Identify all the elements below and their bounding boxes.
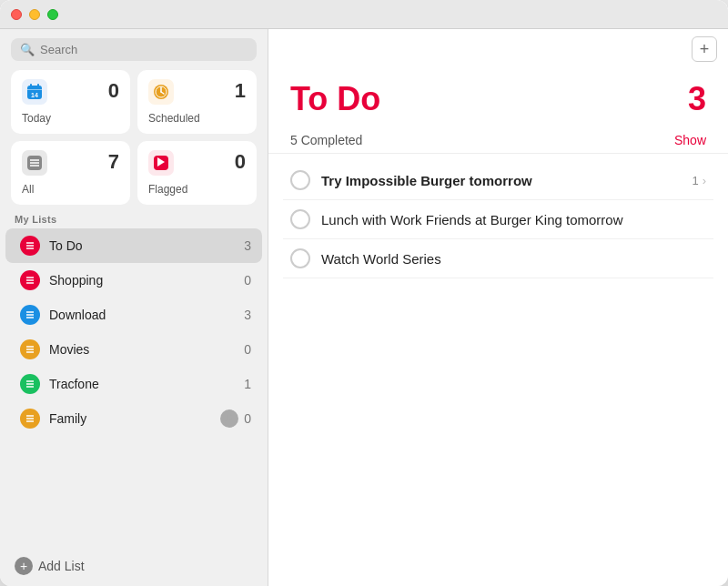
all-icon (22, 150, 47, 176)
todo-list-icon (20, 236, 40, 256)
list-items-container: To Do 3 Shopping 0 Download 3 (0, 228, 268, 546)
add-task-button[interactable]: + (692, 36, 717, 62)
today-count: 0 (108, 79, 119, 103)
show-completed-button[interactable]: Show (674, 133, 706, 147)
list-item-tracfone[interactable]: Tracfone 1 (5, 367, 262, 401)
task-1-count: 1 (692, 174, 698, 187)
main-count: 3 (688, 80, 706, 118)
svg-rect-2 (37, 84, 39, 87)
flagged-count: 0 (235, 150, 246, 174)
list-item-todo[interactable]: To Do 3 (5, 228, 262, 263)
download-list-icon (20, 305, 40, 325)
add-list-plus-icon: + (15, 557, 33, 575)
search-icon: 🔍 (20, 43, 35, 56)
minimize-button[interactable] (29, 9, 40, 20)
movies-list-icon (20, 339, 40, 359)
list-item-movies[interactable]: Movies 0 (5, 332, 262, 367)
movies-list-label: Movies (49, 342, 244, 357)
list-item-family[interactable]: Family 0 (5, 401, 262, 436)
tracfone-list-label: Tracfone (49, 377, 244, 391)
task-3-checkbox[interactable] (290, 248, 310, 268)
task-1-checkbox[interactable] (290, 170, 310, 190)
tracfone-list-count: 1 (244, 377, 251, 391)
task-list: Try Impossible Burger tomorrow 1 › Lunch… (268, 157, 728, 282)
completed-label: 5 Completed (290, 133, 362, 147)
add-list-label: Add List (38, 559, 85, 573)
scheduled-label: Scheduled (148, 112, 246, 125)
sidebar: 🔍 14 0 Today (0, 29, 268, 586)
smart-tile-scheduled[interactable]: 1 Scheduled (137, 70, 257, 134)
today-icon: 14 (22, 79, 47, 105)
family-list-label: Family (49, 411, 220, 426)
scheduled-count: 1 (235, 79, 246, 103)
search-input[interactable] (40, 43, 248, 56)
tracfone-list-icon (20, 374, 40, 394)
smart-lists-grid: 14 0 Today 1 Scheduled (0, 70, 268, 214)
flagged-label: Flagged (148, 183, 246, 196)
shopping-list-icon (20, 270, 40, 290)
close-button[interactable] (11, 9, 22, 20)
add-list-button[interactable]: + Add List (0, 546, 268, 586)
todo-list-label: To Do (49, 238, 244, 253)
main-panel: + To Do 3 5 Completed Show Try Impossibl… (268, 29, 728, 586)
svg-text:14: 14 (31, 92, 38, 98)
movies-list-count: 0 (244, 342, 251, 357)
family-shared-icon (220, 409, 238, 428)
smart-tile-today[interactable]: 14 0 Today (11, 70, 130, 134)
title-bar (0, 0, 728, 29)
download-list-label: Download (49, 308, 244, 322)
task-1-name: Try Impossible Burger tomorrow (321, 173, 692, 188)
task-item-2[interactable]: Lunch with Work Friends at Burger King t… (283, 200, 713, 239)
flagged-icon (148, 150, 174, 176)
today-label: Today (22, 112, 119, 125)
main-content: 🔍 14 0 Today (0, 29, 728, 586)
app-window: 🔍 14 0 Today (0, 0, 728, 586)
task-item-1[interactable]: Try Impossible Burger tomorrow 1 › (283, 161, 713, 200)
traffic-lights (11, 9, 58, 20)
my-lists-header: My Lists (0, 214, 268, 228)
list-item-shopping[interactable]: Shopping 0 (5, 263, 262, 298)
shopping-list-count: 0 (244, 273, 251, 288)
family-list-icon (20, 409, 40, 429)
task-2-checkbox[interactable] (290, 209, 310, 229)
smart-tile-flagged[interactable]: 0 Flagged (137, 141, 257, 205)
task-item-3[interactable]: Watch World Series (283, 239, 713, 278)
list-item-download[interactable]: Download 3 (5, 298, 262, 332)
all-count: 7 (108, 150, 119, 174)
svg-point-33 (228, 415, 232, 419)
family-list-count: 0 (244, 411, 251, 426)
svg-rect-3 (27, 89, 42, 90)
completed-row: 5 Completed Show (268, 127, 728, 154)
todo-list-count: 3 (244, 238, 251, 253)
task-3-name: Watch World Series (321, 251, 706, 267)
main-title: To Do (290, 80, 380, 118)
task-1-badge: 1 › (692, 174, 706, 187)
shopping-list-label: Shopping (49, 273, 244, 288)
svg-rect-1 (30, 84, 32, 87)
scheduled-icon (148, 79, 174, 105)
maximize-button[interactable] (47, 9, 58, 20)
all-label: All (22, 183, 119, 196)
search-bar[interactable]: 🔍 (11, 38, 257, 61)
main-header: To Do 3 (268, 62, 728, 127)
smart-tile-all[interactable]: 7 All (11, 141, 130, 205)
task-2-name: Lunch with Work Friends at Burger King t… (321, 212, 706, 227)
download-list-count: 3 (244, 308, 251, 322)
chevron-right-icon: › (703, 174, 706, 187)
